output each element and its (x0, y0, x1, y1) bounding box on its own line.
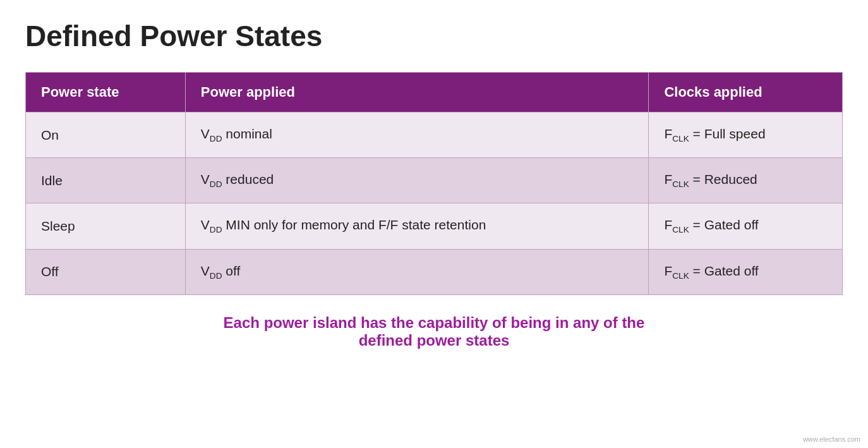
power-states-table: Power state Power applied Clocks applied… (25, 72, 843, 295)
cell-clocks-applied: FCLK = Reduced (649, 158, 843, 203)
table-row: IdleVDD reducedFCLK = Reduced (26, 158, 843, 203)
header-power-state: Power state (26, 73, 186, 112)
cell-power-applied: VDD nominal (185, 112, 649, 158)
cell-power-state: Sleep (26, 203, 186, 249)
cell-power-state: Idle (26, 158, 186, 203)
table-header-row: Power state Power applied Clocks applied (26, 73, 843, 112)
table-row: SleepVDD MIN only for memory and F/F sta… (26, 203, 843, 249)
watermark: www.elecfans.com (803, 435, 860, 443)
cell-power-state: Off (26, 249, 186, 294)
cell-power-applied: VDD reduced (185, 158, 649, 203)
cell-clocks-applied: FCLK = Gated off (649, 249, 843, 294)
cell-power-applied: VDD MIN only for memory and F/F state re… (185, 203, 649, 249)
cell-clocks-applied: FCLK = Gated off (649, 203, 843, 249)
page-title: Defined Power States (25, 19, 843, 53)
footer-text: Each power island has the capability of … (25, 314, 843, 349)
cell-power-applied: VDD off (185, 249, 649, 294)
header-power-applied: Power applied (185, 73, 649, 112)
cell-power-state: On (26, 112, 186, 158)
header-clocks-applied: Clocks applied (649, 73, 843, 112)
table-row: OnVDD nominalFCLK = Full speed (26, 112, 843, 158)
table-row: OffVDD offFCLK = Gated off (26, 249, 843, 294)
cell-clocks-applied: FCLK = Full speed (649, 112, 843, 158)
